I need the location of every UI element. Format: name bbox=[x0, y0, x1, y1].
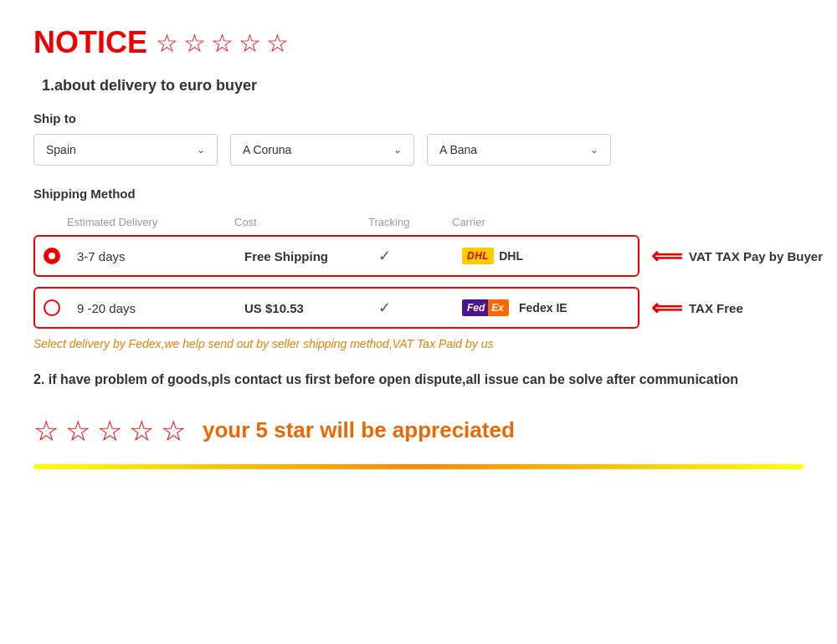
appreciation-stars: ☆ ☆ ☆ ☆ ☆ bbox=[33, 414, 186, 447]
star-3: ☆ bbox=[211, 28, 234, 58]
col-tracking: Tracking bbox=[368, 216, 452, 228]
col-carrier: Carrier bbox=[452, 216, 619, 228]
fedex-fed-part: Fed bbox=[462, 299, 488, 316]
fedex-cost: US $10.53 bbox=[244, 301, 378, 315]
city-arrow-icon: ⌄ bbox=[590, 144, 598, 156]
appreciation-text: your 5 star will be appreciated bbox=[203, 417, 515, 443]
star-1: ☆ bbox=[156, 28, 178, 58]
star-5: ☆ bbox=[266, 28, 289, 58]
city-dropdown[interactable]: A Bana ⌄ bbox=[427, 134, 611, 166]
fedex-carrier-cell: FedEx Fedex IE bbox=[462, 299, 629, 316]
country-dropdown[interactable]: Spain ⌄ bbox=[33, 134, 218, 166]
country-arrow-icon: ⌄ bbox=[197, 144, 205, 156]
fedex-note: Select delivery by Fedex,we help send ou… bbox=[33, 337, 804, 350]
star-2: ☆ bbox=[183, 28, 206, 58]
section1-title: 1.about delivery to euro buyer bbox=[42, 77, 804, 95]
dhl-tracking-check: ✓ bbox=[378, 247, 462, 265]
bottom-bar bbox=[33, 464, 804, 469]
shipping-method-section: Shipping Method Estimated Delivery Cost … bbox=[33, 187, 804, 350]
shipping-row-2-wrapper: 9 -20 days US $10.53 ✓ FedEx Fedex IE ⟸ … bbox=[33, 287, 804, 329]
notice-stars: ☆ ☆ ☆ ☆ ☆ bbox=[156, 28, 289, 58]
col-cost: Cost bbox=[234, 216, 368, 228]
fedex-logo: FedEx bbox=[462, 299, 509, 316]
ship-to-label: Ship to bbox=[33, 111, 804, 125]
dhl-carrier-cell: DHL DHL bbox=[462, 248, 629, 264]
appreciation-star-1: ☆ bbox=[33, 414, 59, 447]
section2-text: 2. if have problem of goods,pls contact … bbox=[33, 369, 804, 391]
region-arrow-icon: ⌄ bbox=[393, 144, 402, 156]
dhl-annotation: ⟸ VAT TAX Pay by Buyer bbox=[651, 243, 819, 269]
fedex-arrow-icon: ⟸ bbox=[651, 295, 682, 321]
dhl-arrow-icon: ⟸ bbox=[651, 243, 682, 269]
shipping-row-dhl[interactable]: 3-7 days Free Shipping ✓ DHL DHL bbox=[33, 235, 639, 277]
notice-title: NOTICE bbox=[33, 25, 147, 60]
fedex-label: Fedex IE bbox=[519, 301, 567, 314]
dropdowns-row: Spain ⌄ A Coruna ⌄ A Bana ⌄ bbox=[33, 134, 804, 166]
radio-dhl[interactable] bbox=[44, 248, 60, 264]
bottom-section: ☆ ☆ ☆ ☆ ☆ your 5 star will be appreciate… bbox=[33, 414, 804, 447]
shipping-method-label: Shipping Method bbox=[33, 187, 804, 201]
dhl-days: 3-7 days bbox=[77, 249, 244, 263]
dhl-label: DHL bbox=[499, 249, 523, 263]
fedex-annotation: ⟸ TAX Free bbox=[651, 295, 819, 321]
fedex-annotation-text: TAX Free bbox=[689, 301, 743, 315]
col-estimated: Estimated Delivery bbox=[67, 216, 234, 228]
ship-to-section: Ship to Spain ⌄ A Coruna ⌄ A Bana ⌄ bbox=[33, 111, 804, 166]
fedex-tracking-check: ✓ bbox=[378, 299, 462, 317]
fedex-ex-part: Ex bbox=[488, 299, 509, 316]
appreciation-star-4: ☆ bbox=[129, 414, 154, 447]
appreciation-star-5: ☆ bbox=[161, 414, 186, 447]
shipping-row-1-wrapper: 3-7 days Free Shipping ✓ DHL DHL ⟸ VAT T… bbox=[33, 235, 804, 277]
dhl-annotation-text: VAT TAX Pay by Buyer bbox=[689, 249, 823, 263]
appreciation-star-3: ☆ bbox=[97, 414, 122, 447]
radio-fedex[interactable] bbox=[44, 299, 60, 316]
region-dropdown[interactable]: A Coruna ⌄ bbox=[230, 134, 414, 166]
notice-header: NOTICE ☆ ☆ ☆ ☆ ☆ bbox=[33, 25, 804, 60]
shipping-row-fedex[interactable]: 9 -20 days US $10.53 ✓ FedEx Fedex IE bbox=[33, 287, 639, 329]
region-value: A Coruna bbox=[243, 143, 291, 156]
appreciation-star-2: ☆ bbox=[65, 414, 90, 447]
radio-inner bbox=[49, 253, 55, 259]
country-value: Spain bbox=[46, 143, 76, 156]
dhl-cost: Free Shipping bbox=[244, 249, 378, 263]
city-value: A Bana bbox=[439, 143, 477, 156]
table-header: Estimated Delivery Cost Tracking Carrier bbox=[33, 212, 804, 235]
fedex-days: 9 -20 days bbox=[77, 301, 244, 315]
star-4: ☆ bbox=[239, 28, 261, 58]
dhl-logo: DHL bbox=[462, 248, 494, 264]
